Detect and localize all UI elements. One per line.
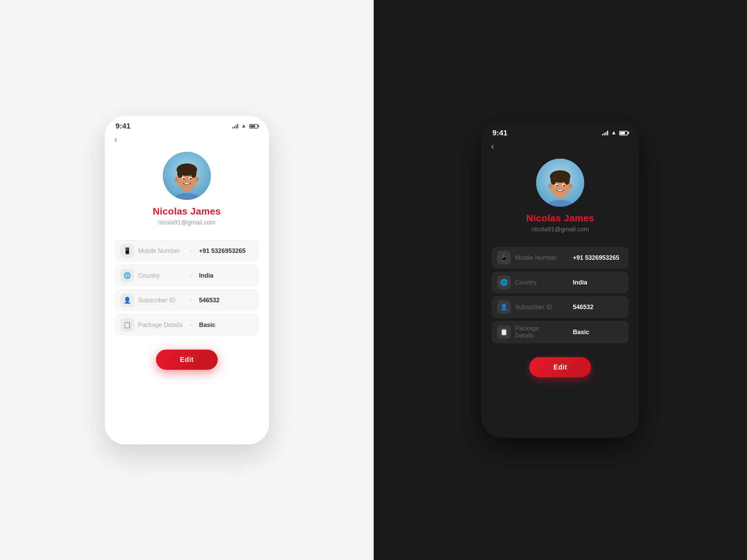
status-bar-light: 9:41 ▲: [105, 115, 269, 134]
status-icons-dark: ▲: [602, 130, 628, 136]
user-email-light: nicola91@gmail.com: [158, 219, 215, 226]
svg-point-7: [177, 168, 183, 178]
mobile-icon-wrap-light: 📱: [120, 244, 134, 258]
mobile-dash-dark: -: [564, 254, 566, 261]
subscriber-dash-dark: -: [564, 304, 566, 311]
country-label-dark: Country: [515, 279, 557, 286]
country-label-light: Country: [138, 272, 183, 279]
info-list-dark: 📱 Mobile Number - +91 5326953265 🌐 Count…: [481, 243, 639, 347]
subscriber-dash-light: -: [190, 297, 192, 304]
mobile-value-light: +91 5326953265: [199, 247, 253, 255]
package-icon-wrap-light: 📋: [120, 318, 134, 332]
status-time-light: 9:41: [116, 122, 131, 131]
mobile-row-light: 📱 Mobile Number - +91 5326953265: [115, 240, 259, 262]
subscriber-icon-wrap-dark: 👤: [497, 300, 511, 314]
person-icon-dark: 👤: [500, 303, 508, 311]
svg-point-27: [563, 185, 565, 187]
svg-point-29: [569, 184, 572, 188]
country-dash-dark: -: [564, 279, 566, 286]
package-row-light: 📋 Package Details - Basic: [115, 314, 259, 336]
mobile-icon-wrap-dark: 📱: [497, 251, 511, 265]
signal-icon-light: [232, 124, 238, 129]
package-label-dark: Package Details: [515, 325, 557, 339]
subscriber-value-dark: 546532: [573, 304, 623, 311]
status-bar-dark: 9:41 ▲: [481, 122, 639, 141]
avatar-section-dark: Nicolas James nicola91@gmail.com: [481, 155, 639, 243]
battery-icon-dark: [619, 131, 628, 135]
subscriber-label-light: Subscriber ID: [138, 297, 183, 304]
country-row-dark: 🌐 Country - India: [492, 271, 629, 293]
user-name-light: Nicolas James: [153, 206, 221, 217]
mobile-row-dark: 📱 Mobile Number - +91 5326953265: [492, 247, 629, 269]
dark-phone: 9:41 ▲ ‹: [481, 122, 639, 438]
light-panel: 9:41 ▲ ‹: [0, 0, 374, 560]
avatar-section-light: Nicolas James nicola91@gmail.com: [105, 148, 269, 236]
globe-icon-light: 🌐: [123, 272, 131, 279]
country-row-light: 🌐 Country - India: [115, 265, 259, 287]
svg-point-12: [190, 178, 191, 180]
wifi-icon-light: ▲: [241, 123, 246, 129]
svg-point-28: [548, 184, 552, 188]
package-icon-wrap-dark: 📋: [497, 325, 511, 339]
country-value-dark: India: [573, 279, 623, 286]
back-chevron-light: ‹: [114, 134, 117, 145]
svg-point-23: [564, 175, 570, 185]
package-icon-dark: 📋: [500, 328, 508, 336]
package-value-light: Basic: [199, 321, 253, 329]
package-label-light: Package Details: [138, 321, 183, 329]
package-dash-light: -: [190, 321, 192, 329]
mobile-icon-dark: 📱: [500, 254, 508, 261]
status-time-dark: 9:41: [492, 129, 507, 137]
battery-icon-light: [249, 124, 258, 129]
package-icon-light: 📋: [123, 321, 131, 329]
package-dash-dark: -: [564, 329, 566, 336]
edit-section-light: Edit: [105, 339, 269, 377]
country-value-light: India: [199, 272, 253, 279]
user-email-dark: nicola91@gmail.com: [532, 226, 589, 233]
person-icon-light: 👤: [123, 296, 131, 304]
avatar-light: [163, 152, 211, 200]
svg-point-8: [191, 168, 196, 178]
country-icon-wrap-light: 🌐: [120, 269, 134, 282]
mobile-dash-light: -: [190, 247, 192, 255]
avatar-dark: [536, 159, 584, 207]
back-chevron-dark: ‹: [491, 141, 494, 151]
back-button-dark[interactable]: ‹: [481, 141, 639, 152]
edit-button-light[interactable]: Edit: [156, 350, 218, 370]
subscriber-row-dark: 👤 Subscriber ID - 546532: [492, 296, 629, 318]
package-row-dark: 📋 Package Details - Basic: [492, 321, 629, 343]
svg-point-14: [195, 177, 199, 182]
wifi-icon-dark: ▲: [611, 130, 616, 136]
subscriber-label-dark: Subscriber ID: [515, 304, 557, 311]
mobile-value-dark: +91 5326953265: [573, 254, 623, 261]
svg-point-26: [556, 185, 558, 187]
info-list-light: 📱 Mobile Number - +91 5326953265 🌐 Count…: [105, 236, 269, 339]
subscriber-value-light: 546532: [199, 297, 253, 304]
back-button-light[interactable]: ‹: [105, 134, 269, 145]
mobile-icon-light: 📱: [123, 247, 131, 255]
country-icon-wrap-dark: 🌐: [497, 276, 511, 289]
mobile-label-light: Mobile Number: [138, 247, 183, 255]
light-phone: 9:41 ▲ ‹: [105, 115, 269, 445]
svg-point-11: [183, 178, 184, 180]
edit-button-dark[interactable]: Edit: [529, 357, 591, 377]
country-dash-light: -: [190, 272, 192, 279]
status-icons-light: ▲: [232, 123, 258, 129]
package-value-dark: Basic: [573, 329, 623, 336]
subscriber-row-light: 👤 Subscriber ID - 546532: [115, 289, 259, 311]
mobile-label-dark: Mobile Number: [515, 254, 557, 261]
globe-icon-dark: 🌐: [500, 279, 508, 286]
svg-point-13: [175, 177, 178, 182]
svg-point-22: [551, 175, 556, 185]
dark-panel: 9:41 ▲ ‹: [374, 0, 747, 560]
signal-icon-dark: [602, 131, 608, 135]
subscriber-icon-wrap-light: 👤: [120, 293, 134, 307]
user-name-dark: Nicolas James: [526, 213, 594, 224]
edit-section-dark: Edit: [481, 347, 639, 384]
